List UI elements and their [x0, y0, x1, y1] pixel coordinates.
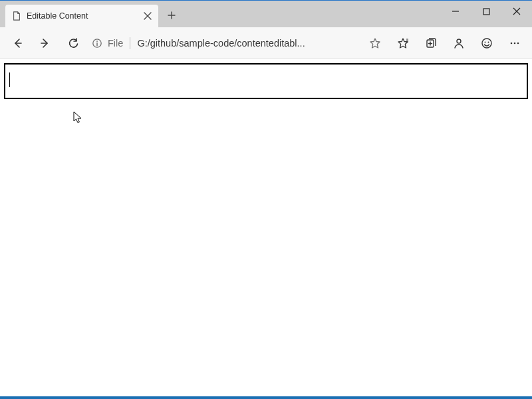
svg-point-2 — [96, 41, 98, 42]
forward-button[interactable] — [32, 30, 59, 57]
back-button[interactable] — [4, 30, 31, 57]
close-window-button[interactable] — [501, 1, 532, 22]
more-menu-icon[interactable] — [501, 30, 528, 57]
profile-icon[interactable] — [446, 30, 472, 57]
svg-point-4 — [457, 39, 461, 43]
text-caret — [9, 72, 10, 87]
new-tab-button[interactable] — [162, 6, 181, 25]
address-bar[interactable]: File G:/github/sample-code/contenteditab… — [92, 33, 305, 54]
address-separator — [130, 37, 130, 49]
page-content — [0, 59, 532, 396]
favorite-star-icon[interactable] — [362, 30, 388, 57]
svg-rect-0 — [483, 9, 489, 15]
favorites-list-icon[interactable] — [390, 30, 416, 57]
svg-point-7 — [488, 41, 489, 43]
window-controls — [440, 1, 532, 22]
contenteditable-region[interactable] — [4, 63, 528, 99]
browser-tab[interactable]: Editable Content — [5, 5, 158, 27]
svg-point-6 — [485, 41, 486, 43]
page-icon — [12, 11, 21, 21]
window-title-bar: Editable Content — [0, 1, 532, 27]
mouse-cursor-icon — [73, 111, 84, 124]
minimize-button[interactable] — [440, 1, 471, 22]
svg-point-8 — [511, 42, 513, 44]
tab-title: Editable Content — [27, 11, 140, 21]
site-info-icon[interactable] — [92, 38, 102, 49]
taskbar-edge — [0, 396, 532, 399]
feedback-smiley-icon[interactable] — [473, 30, 500, 57]
svg-point-5 — [482, 39, 491, 48]
svg-point-9 — [514, 42, 516, 44]
refresh-button[interactable] — [60, 30, 86, 57]
url-scheme: File — [108, 38, 123, 49]
browser-toolbar: File G:/github/sample-code/contenteditab… — [0, 27, 532, 59]
collections-icon[interactable] — [418, 30, 444, 57]
svg-point-10 — [517, 42, 519, 44]
close-tab-icon[interactable] — [144, 12, 152, 20]
url-text: G:/github/sample-code/contenteditabl... — [137, 38, 305, 49]
maximize-button[interactable] — [471, 1, 501, 22]
